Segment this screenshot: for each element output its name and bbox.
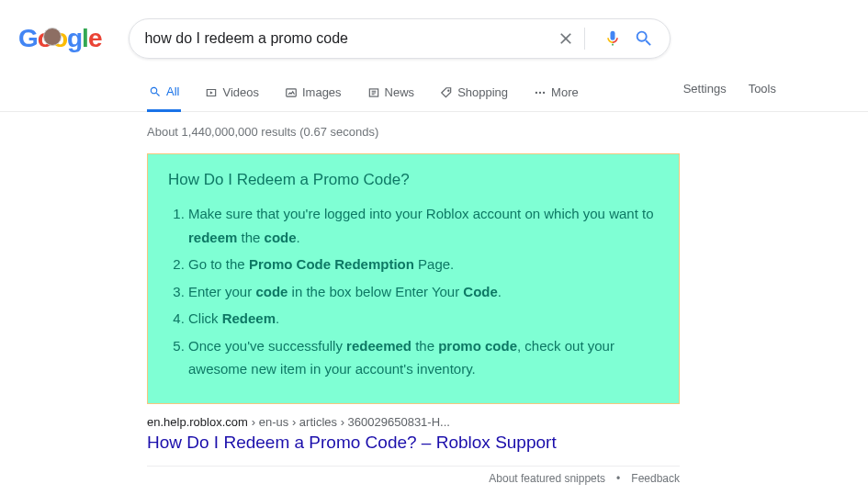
svg-point-5 bbox=[543, 91, 545, 93]
snippet-step: Click Redeem. bbox=[188, 307, 659, 331]
snippet-step: Once you've successfully redeemed the pr… bbox=[188, 334, 659, 381]
tab-label: News bbox=[385, 85, 415, 99]
tab-label: Videos bbox=[222, 85, 259, 99]
clear-icon[interactable] bbox=[555, 28, 577, 50]
dot: • bbox=[616, 472, 620, 485]
snippet-list: Make sure that you're logged into your R… bbox=[168, 202, 659, 381]
video-icon bbox=[205, 86, 218, 99]
search-input[interactable] bbox=[144, 30, 546, 47]
content: About 1,440,000,000 results (0.67 second… bbox=[0, 112, 680, 495]
svg-rect-0 bbox=[287, 88, 297, 96]
result-stats: About 1,440,000,000 results (0.67 second… bbox=[147, 125, 680, 139]
header: Google bbox=[0, 0, 868, 59]
result-path: › en-us › articles › 360029650831-H... bbox=[252, 415, 450, 429]
result-title-link[interactable]: How Do I Redeem a Promo Code? – Roblox S… bbox=[147, 433, 557, 452]
divider bbox=[584, 28, 585, 50]
tab-all[interactable]: All bbox=[147, 75, 181, 112]
search-icon bbox=[149, 85, 162, 98]
about-snippets-link[interactable]: About featured snippets bbox=[489, 472, 605, 485]
tabs: All Videos Images News Shopping More bbox=[147, 75, 581, 111]
tabs-row: All Videos Images News Shopping More Set… bbox=[0, 75, 868, 112]
result-breadcrumb: en.help.roblox.com › en-us › articles › … bbox=[147, 415, 680, 429]
image-icon bbox=[285, 86, 298, 99]
tab-label: Images bbox=[302, 85, 342, 99]
feedback-link[interactable]: Feedback bbox=[631, 472, 680, 485]
snippet-step: Make sure that you're logged into your R… bbox=[188, 202, 659, 249]
search-icon[interactable] bbox=[633, 28, 655, 50]
settings-link[interactable]: Settings bbox=[683, 82, 727, 96]
tab-label: Shopping bbox=[457, 85, 508, 99]
snippet-title: How Do I Redeem a Promo Code? bbox=[168, 171, 659, 189]
tab-shopping[interactable]: Shopping bbox=[438, 75, 510, 111]
doodle-avatar bbox=[43, 28, 62, 46]
feedback-row: About featured snippets • Feedback bbox=[147, 466, 680, 496]
google-logo[interactable]: Google bbox=[18, 24, 101, 53]
tab-images[interactable]: Images bbox=[283, 75, 344, 111]
tab-label: More bbox=[551, 85, 579, 99]
tab-news[interactable]: News bbox=[366, 75, 417, 111]
result-1: en.help.roblox.com › en-us › articles › … bbox=[147, 415, 680, 453]
snippet-step: Go to the Promo Code Redemption Page. bbox=[188, 253, 659, 276]
result-domain: en.help.roblox.com bbox=[147, 415, 248, 429]
tab-label: All bbox=[166, 84, 179, 98]
tab-more[interactable]: More bbox=[532, 75, 581, 111]
featured-snippet: How Do I Redeem a Promo Code? Make sure … bbox=[147, 153, 680, 404]
snippet-step: Enter your code in the box below Enter Y… bbox=[188, 280, 659, 304]
svg-point-4 bbox=[539, 91, 541, 93]
more-icon bbox=[534, 86, 547, 99]
mic-icon[interactable] bbox=[602, 28, 624, 50]
tools-link[interactable]: Tools bbox=[749, 82, 776, 96]
tag-icon bbox=[440, 86, 453, 99]
search-bar[interactable] bbox=[129, 18, 671, 59]
tools-area: Settings Tools bbox=[683, 82, 868, 105]
svg-point-2 bbox=[448, 90, 449, 91]
news-icon bbox=[367, 86, 380, 99]
svg-point-3 bbox=[535, 91, 537, 93]
tab-videos[interactable]: Videos bbox=[203, 75, 261, 111]
